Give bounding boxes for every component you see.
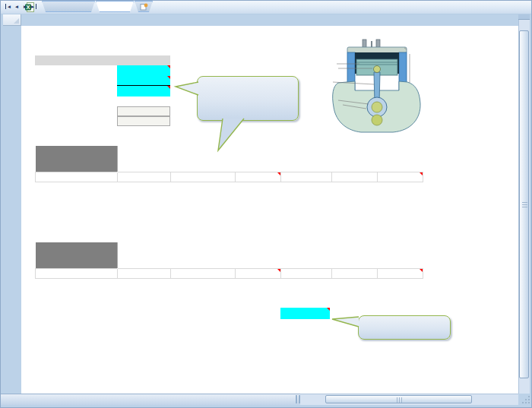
- cell-statistical-dimension[interactable]: [378, 268, 423, 278]
- minimize-callout-tail: [329, 314, 361, 331]
- callout-tail-left: [173, 79, 201, 99]
- last-sheet-button[interactable]: ►: [30, 2, 37, 11]
- first-sheet-button[interactable]: ◄: [5, 2, 12, 11]
- note-item[interactable]: [48, 348, 375, 360]
- cell-statistical-dimension[interactable]: [378, 172, 423, 182]
- piston-table-header[interactable]: [36, 146, 118, 159]
- cell-nominal-dimension[interactable]: [118, 172, 171, 182]
- tolerance-callout[interactable]: [197, 76, 299, 121]
- dimensions-section-header[interactable]: [35, 55, 170, 65]
- excel-workbook-window: X: [0, 0, 532, 408]
- cell-nominal-dimension[interactable]: [118, 268, 171, 278]
- cell-assembly-gap-value[interactable]: [117, 86, 170, 96]
- tab-description[interactable]: [42, 1, 95, 12]
- minimize-callout[interactable]: [358, 315, 451, 340]
- insert-worksheet-icon: [140, 3, 148, 11]
- cell-cylinder-assembly-value[interactable]: [117, 76, 170, 86]
- cylinder-table-row[interactable]: [36, 268, 423, 278]
- callout-tail-down: [204, 118, 250, 153]
- tab-model[interactable]: [96, 1, 134, 12]
- cell-component-sigma[interactable]: [332, 268, 378, 278]
- prev-sheet-button[interactable]: ◄: [13, 2, 21, 11]
- select-all-corner[interactable]: [3, 14, 21, 26]
- cylinder-head-part: [347, 47, 407, 53]
- notes-list: [48, 348, 375, 360]
- piston-table-header[interactable]: [36, 159, 118, 172]
- horizontal-split-handle[interactable]: [296, 395, 300, 403]
- cell-initial-tolerance[interactable]: [171, 268, 236, 278]
- vertical-scrollbar-thumb[interactable]: [519, 30, 529, 378]
- cell-max-gap-value[interactable]: [117, 116, 170, 126]
- piston-bearing-part: [374, 66, 381, 73]
- total-assembly-cost-value[interactable]: [280, 308, 330, 319]
- cylinder-assembly-table: [35, 242, 423, 279]
- cell-component-cost[interactable]: [281, 172, 332, 182]
- cylinder-table-header[interactable]: [36, 242, 118, 255]
- cell-initial-tolerance[interactable]: [171, 172, 236, 182]
- engine-cross-section-image[interactable]: [326, 39, 428, 136]
- horizontal-scrollbar-thumb[interactable]: [325, 395, 472, 403]
- crank-bearing-part: [372, 102, 382, 112]
- cell-component-name[interactable]: [36, 172, 118, 182]
- cell-quality-specification[interactable]: [236, 268, 281, 278]
- cell-piston-assembly-value[interactable]: [117, 65, 170, 76]
- piston-table-row[interactable]: [36, 172, 423, 182]
- crankshaft-part: [372, 115, 382, 125]
- next-sheet-button[interactable]: ►: [21, 2, 29, 11]
- cell-component-sigma[interactable]: [332, 172, 378, 182]
- vertical-split-handle[interactable]: [518, 14, 530, 20]
- resize-grip[interactable]: [518, 394, 532, 405]
- cell-quality-specification[interactable]: [236, 172, 281, 182]
- cylinder-table-header[interactable]: [36, 255, 118, 268]
- cell-component-cost[interactable]: [281, 268, 332, 278]
- cell-component-name[interactable]: [36, 268, 118, 278]
- cell-min-gap-value[interactable]: [117, 106, 170, 116]
